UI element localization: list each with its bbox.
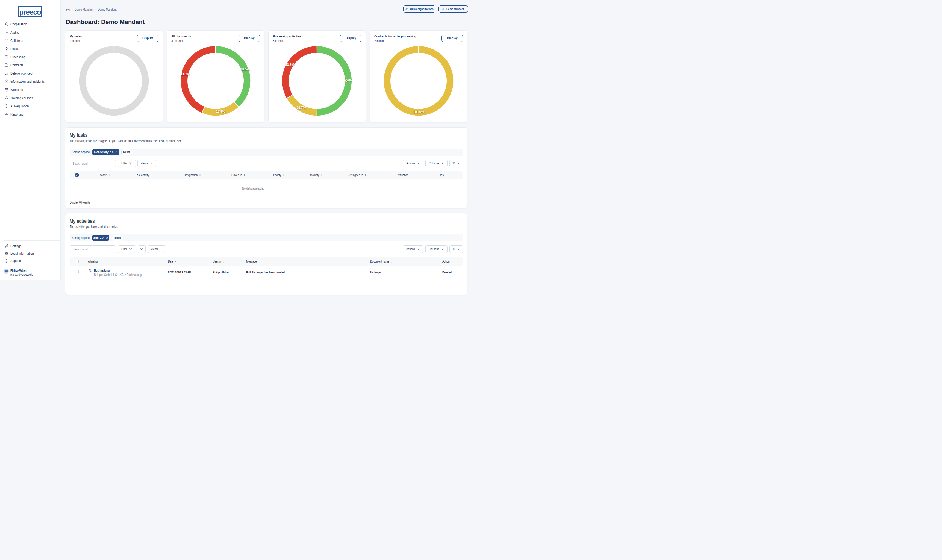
svg-text:100.0%: 100.0% (413, 110, 424, 114)
svg-text:17.9%: 17.9% (216, 109, 225, 113)
svg-text:38.5%: 38.5% (240, 68, 249, 71)
svg-text:33.3%: 33.3% (285, 63, 294, 67)
svg-text:43.6%: 43.6% (180, 72, 189, 76)
svg-text:16.7%: 16.7% (297, 106, 306, 109)
svg-text:50.0%: 50.0% (344, 78, 352, 83)
